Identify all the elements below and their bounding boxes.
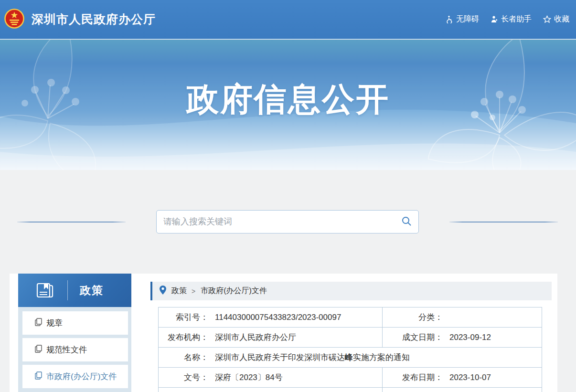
sidebar: 政策 规章 规范性文件 xyxy=(18,274,131,392)
issuing-agency-label: 发布机构： xyxy=(159,332,208,343)
index-number-value: 114403000075433823/2023-00097 xyxy=(215,313,341,322)
document-name-highlight: 峰 xyxy=(345,353,353,362)
publish-date-value: 2023-10-07 xyxy=(449,373,491,382)
accessibility-icon xyxy=(445,15,453,23)
breadcrumb-root[interactable]: 政策 xyxy=(171,286,187,296)
breadcrumb: 政策 > 市政府(办公厅)文件 xyxy=(150,282,552,300)
main-content: 政策 > 市政府(办公厅)文件 索引号： 114403000075433823/… xyxy=(150,282,552,392)
location-pin-icon xyxy=(160,286,166,297)
sidebar-item-label: 规范性文件 xyxy=(46,344,87,355)
table-row: 名称： 深圳市人民政府关于印发深圳市碳达峰实施方案的通知 xyxy=(159,348,542,368)
accessibility-link[interactable]: 无障碍 xyxy=(445,14,479,24)
sidebar-title: 政策 xyxy=(80,283,104,298)
star-icon xyxy=(543,15,551,23)
elder-assist-link[interactable]: 长者助手 xyxy=(491,14,532,24)
table-row: 发布机构： 深圳市人民政府办公厅 成文日期： 2023-09-12 xyxy=(159,328,542,348)
document-number-value: 深府〔2023〕84号 xyxy=(215,372,283,383)
search-input[interactable] xyxy=(157,211,395,233)
document-name-suffix: 实施方案的通知 xyxy=(353,353,410,362)
search-box xyxy=(156,210,419,233)
breadcrumb-current: 市政府(办公厅)文件 xyxy=(201,286,267,296)
banner: 政府信息公开 xyxy=(0,40,576,170)
elder-assist-icon xyxy=(491,16,498,23)
search-icon xyxy=(401,216,412,228)
page-title: 政府信息公开 xyxy=(0,78,576,121)
document-icon xyxy=(35,318,42,328)
accessibility-label: 无障碍 xyxy=(456,14,479,24)
decor-line-right xyxy=(449,222,558,222)
publish-date-label: 发布日期： xyxy=(383,372,443,383)
category-label: 分类： xyxy=(383,312,443,323)
elder-assist-label: 长者助手 xyxy=(501,14,532,24)
search-section xyxy=(0,170,576,274)
document-icon xyxy=(35,345,42,355)
sidebar-header: 政策 xyxy=(18,274,131,307)
favorite-label: 收藏 xyxy=(554,14,569,24)
policy-book-icon xyxy=(35,280,54,301)
table-row: 索引号： 114403000075433823/2023-00097 分类： xyxy=(159,307,542,328)
table-row: 文号： 深府〔2023〕84号 发布日期： 2023-10-07 xyxy=(159,368,542,388)
top-header: 深圳市人民政府办公厅 无障碍 长者助手 xyxy=(0,0,576,39)
table-row xyxy=(159,388,542,392)
national-emblem-icon xyxy=(4,8,24,32)
site-title: 深圳市人民政府办公厅 xyxy=(32,11,156,27)
sidebar-item-normative-documents[interactable]: 规范性文件 xyxy=(22,338,128,361)
document-icon xyxy=(35,371,42,382)
written-date-value: 2023-09-12 xyxy=(449,333,491,342)
breadcrumb-separator: > xyxy=(192,287,195,295)
sidebar-item-regulations[interactable]: 规章 xyxy=(22,311,128,335)
search-button[interactable] xyxy=(395,211,418,233)
document-meta-table: 索引号： 114403000075433823/2023-00097 分类： 发… xyxy=(158,307,542,392)
decor-line-left xyxy=(17,222,126,222)
favorite-link[interactable]: 收藏 xyxy=(543,14,569,24)
sidebar-item-municipal-documents[interactable]: 市政府(办公厅)文件 xyxy=(22,365,128,388)
document-name-prefix: 深圳市人民政府关于印发深圳市碳达 xyxy=(215,353,345,362)
document-number-label: 文号： xyxy=(159,372,208,383)
sidebar-menu: 规章 规范性文件 市政府(办公厅)文件 xyxy=(18,307,131,392)
sidebar-item-label: 规章 xyxy=(46,318,63,328)
document-name-label: 名称： xyxy=(159,352,208,363)
header-utility-links: 无障碍 长者助手 收藏 xyxy=(445,14,569,24)
written-date-label: 成文日期： xyxy=(383,332,443,343)
sidebar-header-divider xyxy=(67,280,68,300)
content-panel: 政策 规章 规范性文件 xyxy=(10,274,557,392)
sidebar-item-label: 市政府(办公厅)文件 xyxy=(46,371,117,382)
index-number-label: 索引号： xyxy=(159,312,208,323)
issuing-agency-value: 深圳市人民政府办公厅 xyxy=(215,332,296,343)
document-name-value: 深圳市人民政府关于印发深圳市碳达峰实施方案的通知 xyxy=(215,352,410,363)
site-logo-link[interactable]: 深圳市人民政府办公厅 xyxy=(4,8,156,32)
